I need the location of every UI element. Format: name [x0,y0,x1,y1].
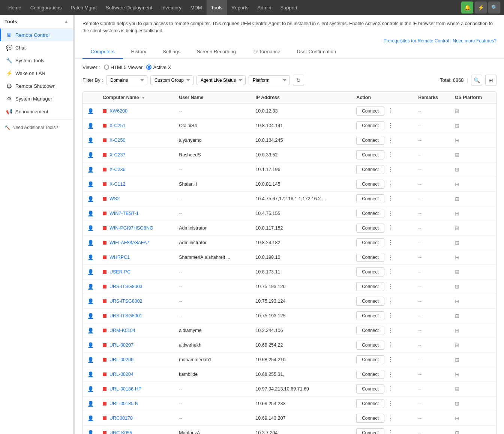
tab-screen-recording[interactable]: Screen Recording [189,45,244,59]
computer-name-link[interactable]: URS-ITSG8002 [110,299,142,304]
connect-button[interactable]: Connect [356,121,384,130]
computer-name-link[interactable]: X-C251 [110,123,125,128]
computer-name-link[interactable]: X-C236 [110,167,125,172]
nav-item-software-deployment[interactable]: Software Deployment [101,0,157,15]
nav-item-home[interactable]: Home [4,0,26,15]
notification-icon[interactable]: 🔔 [461,2,473,14]
custom-group-filter[interactable]: Custom Group [150,75,194,85]
sidebar-item-system-tools[interactable]: 🔧 System Tools [0,54,73,67]
connect-button[interactable]: Connect [356,428,384,434]
computer-name-link[interactable]: URC00170 [110,416,133,421]
connect-button[interactable]: Connect [356,311,384,320]
more-options-button[interactable]: ⋮ [386,209,395,218]
sidebar-collapse-icon[interactable]: ▲ [64,19,69,24]
connect-button[interactable]: Connect [356,370,384,379]
more-options-button[interactable]: ⋮ [386,253,395,261]
connect-button[interactable]: Connect [356,224,384,233]
computer-name-link[interactable]: URL-00186-HP [110,386,141,392]
computer-name-link[interactable]: URL-00204 [110,372,134,377]
computer-name-link[interactable]: URL-00207 [110,342,134,348]
more-options-button[interactable]: ⋮ [386,194,395,203]
tab-user-confirmation[interactable]: User Confirmation [289,45,345,59]
sidebar-item-chat[interactable]: 💬 Chat [0,41,73,54]
computer-name-link[interactable]: URM-K0104 [110,328,135,333]
connect-button[interactable]: Connect [356,384,384,393]
connect-button[interactable]: Connect [356,238,384,247]
more-options-button[interactable]: ⋮ [386,384,395,393]
computer-name-link[interactable]: X-C112 [110,182,125,187]
features-link[interactable]: Need more Features? [453,38,496,44]
more-options-button[interactable]: ⋮ [386,297,395,305]
tab-computers[interactable]: Computers [82,45,123,59]
computer-name-link[interactable]: USER-PC [110,269,130,275]
connect-button[interactable]: Connect [356,194,384,203]
connect-button[interactable]: Connect [356,282,384,291]
more-options-button[interactable]: ⋮ [386,282,395,291]
more-options-button[interactable]: ⋮ [386,136,395,144]
computer-name-link[interactable]: URC-K055 [110,430,132,434]
connect-button[interactable]: Connect [356,150,384,159]
tab-history[interactable]: History [123,45,154,59]
nav-item-tools[interactable]: Tools [207,0,227,15]
more-options-button[interactable]: ⋮ [386,311,395,320]
more-options-button[interactable]: ⋮ [386,121,395,130]
tab-performance[interactable]: Performance [244,45,288,59]
computer-name-link[interactable]: X-C237 [110,152,125,158]
sidebar-item-system-manager[interactable]: ⚙ System Manager [0,92,73,105]
agent-live-status-filter[interactable]: Agent Live Status [196,75,246,85]
computer-name-link[interactable]: X-C250 [110,138,125,143]
nav-item-reports[interactable]: Reports [227,0,253,15]
domains-filter[interactable]: Domains [106,75,147,85]
search-icon[interactable]: 🔍 [488,2,500,14]
lightning-icon[interactable]: ⚡ [475,2,487,14]
connect-button[interactable]: Connect [356,107,384,116]
more-options-button[interactable]: ⋮ [386,370,395,378]
connect-button[interactable]: Connect [356,136,384,145]
more-options-button[interactable]: ⋮ [386,150,395,159]
sidebar-item-remote-shutdown[interactable]: ⏻ Remote Shutdown [0,80,73,92]
more-options-button[interactable]: ⋮ [386,414,395,422]
refresh-button[interactable]: ↻ [293,75,304,86]
nav-item-mdm[interactable]: MDM [186,0,207,15]
computer-name-link[interactable]: WIN-PGI97HSO8NO [110,225,153,231]
connect-button[interactable]: Connect [356,414,384,423]
more-options-button[interactable]: ⋮ [386,399,395,408]
computer-name-link[interactable]: XW6200 [110,108,128,114]
more-options-button[interactable]: ⋮ [386,107,395,115]
connect-button[interactable]: Connect [356,355,384,364]
computer-name-link[interactable]: URL-00185-N [110,401,138,406]
more-options-button[interactable]: ⋮ [386,238,395,247]
more-options-button[interactable]: ⋮ [386,326,395,335]
active-x-option[interactable]: Active X [146,65,171,70]
more-options-button[interactable]: ⋮ [386,180,395,188]
connect-button[interactable]: Connect [356,297,384,306]
computer-name-link[interactable]: WS2 [110,196,120,201]
computer-name-link[interactable]: URS-ITSG8001 [110,313,142,318]
computer-name-link[interactable]: URS-ITSG8003 [110,284,142,289]
grid-view-button[interactable]: ⊞ [485,75,496,86]
more-options-button[interactable]: ⋮ [386,165,395,174]
sidebar-item-wake-on-lan[interactable]: ⚡ Wake on LAN [0,67,73,80]
connect-button[interactable]: Connect [356,209,384,218]
more-options-button[interactable]: ⋮ [386,224,395,232]
html5-viewer-option[interactable]: HTML5 Viewer [104,65,143,70]
nav-item-configurations[interactable]: Configurations [26,0,66,15]
sidebar-item-remote-control[interactable]: 🖥 Remote Control [0,29,73,41]
nav-item-support[interactable]: Support [276,0,302,15]
computer-name-link[interactable]: URL-00206 [110,357,134,362]
computer-name-link[interactable]: WIFI-AF83A8AFA7 [110,240,149,245]
computer-name-link[interactable]: WIN7-TEST-1 [110,211,139,216]
nav-item-patch-mgmt[interactable]: Patch Mgmt [66,0,101,15]
connect-button[interactable]: Connect [356,180,384,189]
need-additional-tools-link[interactable]: 🔨 Need Additional Tools? [0,121,73,134]
sidebar-item-announcement[interactable]: 📢 Announcement [0,105,73,118]
connect-button[interactable]: Connect [356,267,384,276]
more-options-button[interactable]: ⋮ [386,355,395,364]
connect-button[interactable]: Connect [356,326,384,335]
nav-item-admin[interactable]: Admin [253,0,276,15]
more-options-button[interactable]: ⋮ [386,267,395,276]
connect-button[interactable]: Connect [356,253,384,262]
connect-button[interactable]: Connect [356,399,384,408]
connect-button[interactable]: Connect [356,341,384,350]
platform-filter[interactable]: Platform [249,75,290,85]
